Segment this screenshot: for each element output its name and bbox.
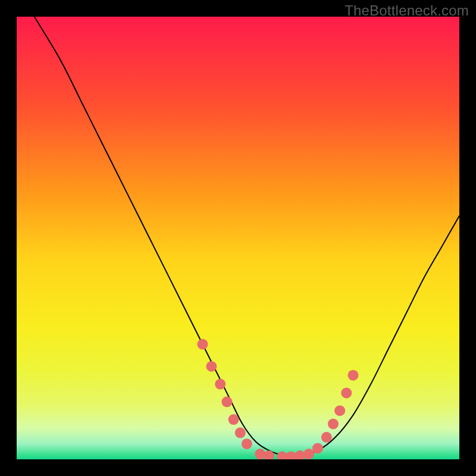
highlight-point <box>303 449 314 459</box>
gradient-background <box>17 17 459 459</box>
highlight-point <box>221 396 232 407</box>
plot-area <box>17 17 459 459</box>
chart-svg <box>17 17 459 459</box>
highlight-point <box>242 439 252 449</box>
highlight-point <box>235 427 246 438</box>
highlight-point <box>312 443 323 453</box>
watermark-label: TheBottleneck.com <box>345 2 469 19</box>
highlight-point <box>197 339 208 350</box>
highlight-point <box>215 379 226 390</box>
highlight-point <box>341 387 352 398</box>
highlight-point <box>228 414 239 425</box>
highlight-point <box>321 432 332 443</box>
chart-frame: TheBottleneck.com <box>0 0 476 476</box>
highlight-point <box>347 370 358 381</box>
highlight-point <box>334 405 345 416</box>
highlight-point <box>206 361 217 372</box>
highlight-point <box>328 418 339 429</box>
highlight-point <box>255 449 265 459</box>
